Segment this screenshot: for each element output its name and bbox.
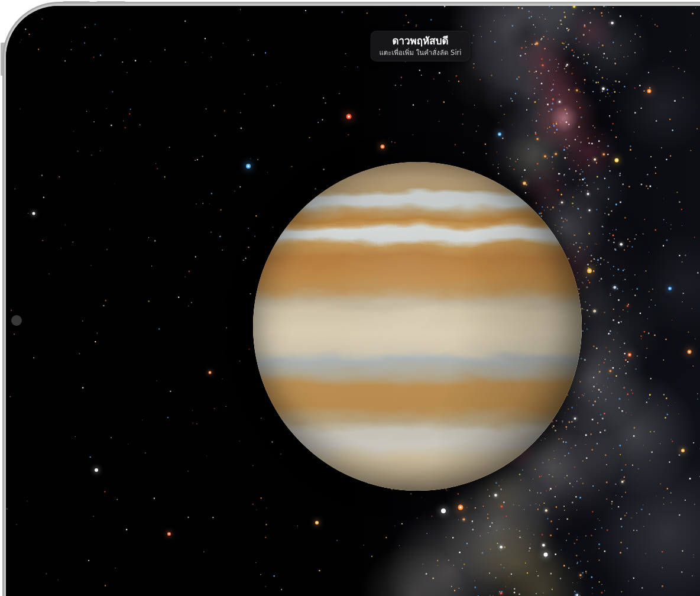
jupiter-planet[interactable] [253, 162, 582, 491]
front-camera-dot [11, 315, 22, 326]
tooltip-subtitle: แตะเพื่อเพิ่ม ในคำสั่งลัด Siri [379, 48, 461, 57]
device-screen: ดาวพฤหัสบดี แตะเพื่อเพิ่ม ในคำสั่งลัด Si… [6, 6, 700, 596]
jupiter-shading [253, 162, 582, 491]
siri-shortcut-tooltip[interactable]: ดาวพฤหัสบดี แตะเพื่อเพิ่ม ในคำสั่งลัด Si… [370, 31, 470, 61]
page-background: ดาวพฤหัสบดี แตะเพื่อเพิ่ม ในคำสั่งลัด Si… [0, 0, 700, 596]
tooltip-title: ดาวพฤหัสบดี [379, 34, 461, 48]
